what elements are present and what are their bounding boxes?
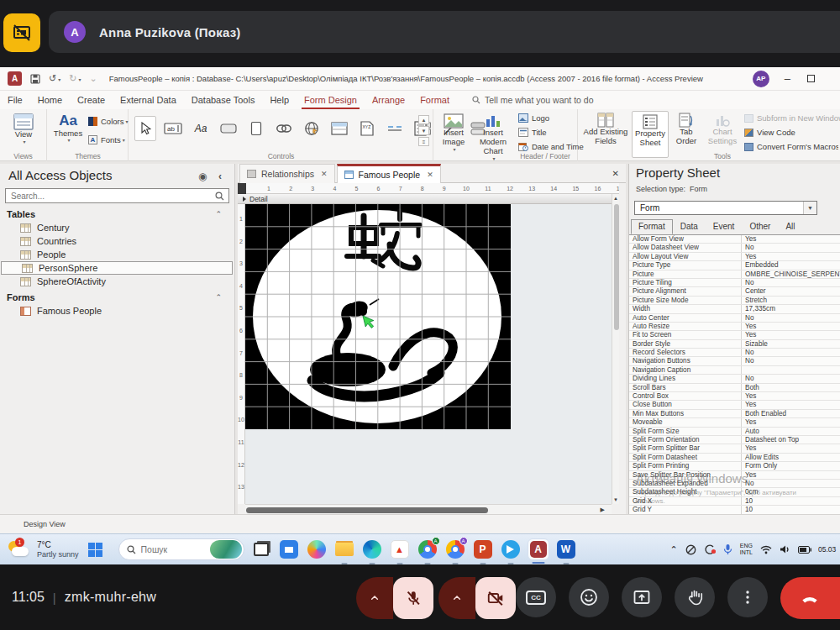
property-row[interactable]: Split Form Orientation Datasheet on Top — [629, 436, 840, 444]
wifi-icon[interactable] — [760, 545, 772, 554]
property-row[interactable]: Auto Resize Yes — [629, 323, 840, 331]
nav-item-table[interactable]: PersonSphere — [1, 261, 233, 275]
property-value[interactable] — [742, 366, 840, 374]
view-button[interactable]: View▾ — [8, 113, 39, 145]
property-value[interactable]: No — [742, 314, 840, 322]
property-row[interactable]: Split Form Size Auto — [629, 428, 840, 436]
property-row[interactable]: Close Button Yes — [629, 401, 840, 409]
account-avatar[interactable]: AP — [753, 71, 769, 87]
property-row[interactable]: Allow Form View Yes — [629, 235, 840, 244]
redo-icon[interactable]: ↻▾ — [69, 73, 81, 84]
raise-hand-button[interactable] — [675, 577, 715, 617]
present-button[interactable] — [622, 577, 662, 617]
property-value[interactable]: OMBRE_CHINOISE_SERPENT.jpg — [742, 270, 840, 278]
property-tab[interactable]: Format — [631, 219, 673, 234]
quick-access-more-icon[interactable]: ⌄ — [89, 73, 97, 84]
hscroll-thumb[interactable] — [246, 507, 488, 513]
property-value[interactable]: 0cm — [742, 488, 840, 496]
property-row[interactable]: Picture Size Mode Stretch — [629, 297, 840, 305]
property-row[interactable]: Split Form Datasheet Allow Edits — [629, 454, 840, 462]
nav-item-table[interactable]: SphereOfActivity — [0, 275, 234, 288]
property-value[interactable]: Sizable — [742, 340, 840, 348]
ribbon-tab[interactable]: Help — [262, 91, 297, 109]
form-selector-box[interactable] — [238, 183, 246, 194]
word-button[interactable]: W — [555, 538, 577, 560]
date-time-button[interactable]: Date and Time — [518, 142, 584, 151]
collapse-icon[interactable]: ⌃ — [215, 293, 222, 302]
hyperlink-control[interactable] — [273, 116, 295, 141]
weather-widget[interactable]: 1 7°C Partly sunny — [7, 539, 79, 559]
vertical-scrollbar[interactable]: ▲ ▼ — [612, 194, 619, 504]
property-value[interactable]: Both Enabled — [742, 410, 840, 417]
property-row[interactable]: Picture Tiling No — [629, 279, 840, 287]
document-tab[interactable]: Relationships ✕ — [239, 164, 335, 183]
tab-close-icon[interactable]: ✕ — [321, 170, 328, 178]
selection-combo[interactable]: Form ▼ — [634, 201, 817, 215]
property-tab[interactable]: Other — [742, 219, 778, 234]
vscroll-thumb[interactable] — [614, 204, 619, 330]
nav-item-table[interactable]: Countries — [0, 234, 234, 248]
battery-icon[interactable] — [798, 546, 811, 554]
edge-button[interactable] — [361, 538, 383, 560]
colors-button[interactable]: Colors▾ — [88, 117, 128, 126]
hscroll-right-arrow[interactable]: ▶ — [601, 507, 605, 513]
property-value[interactable]: No — [742, 375, 840, 382]
page-control[interactable]: XYZ — [356, 116, 378, 141]
mic-options-chevron[interactable] — [356, 577, 393, 619]
property-row[interactable]: Subdatasheet Height 0cm — [629, 488, 840, 496]
nav-section-tables[interactable]: Tables⌃ — [0, 207, 234, 221]
property-row[interactable]: Auto Center No — [629, 314, 840, 323]
property-value[interactable]: 17,335cm — [742, 305, 840, 312]
maximize-button[interactable] — [807, 75, 815, 82]
ribbon-tab[interactable]: Database Tools — [184, 91, 263, 109]
start-button[interactable] — [85, 538, 107, 560]
logo-button[interactable]: Logo — [518, 113, 549, 123]
property-row[interactable]: Moveable Yes — [629, 418, 840, 427]
property-row[interactable]: Split Form Printing Form Only — [629, 462, 840, 470]
property-value[interactable]: 10 — [742, 506, 840, 513]
shutter-close-icon[interactable]: ‹ — [218, 171, 222, 182]
property-row[interactable]: Split Form Splitter Bar Yes — [629, 444, 840, 453]
tab-order-button[interactable]: Tab Order — [670, 113, 702, 146]
reactions-button[interactable] — [569, 577, 609, 617]
property-value[interactable]: 10 — [742, 497, 840, 505]
chevron-down-icon[interactable]: ▼ — [803, 202, 816, 214]
insert-image-button[interactable]: Insert Image▾ — [435, 113, 472, 153]
acrobat-button[interactable]: ▲ — [389, 538, 411, 560]
property-row[interactable]: Navigation Caption — [629, 366, 840, 375]
select-pointer-tool[interactable] — [134, 116, 156, 141]
language-indicator[interactable]: ENGINTL — [740, 543, 753, 556]
property-row[interactable]: Record Selectors No — [629, 349, 840, 357]
tab-control[interactable] — [245, 116, 267, 141]
property-tab[interactable]: Event — [706, 219, 743, 234]
nav-search-box[interactable] — [5, 188, 229, 203]
property-row[interactable]: Navigation Buttons No — [629, 357, 840, 365]
property-value[interactable]: Yes — [742, 471, 840, 479]
property-value[interactable]: Yes — [742, 235, 840, 243]
tab-close-icon[interactable]: ✕ — [427, 171, 433, 179]
view-code-button[interactable]: View Code — [744, 128, 795, 137]
nav-search-input[interactable] — [6, 192, 215, 201]
property-value[interactable]: Datasheet on Top — [742, 436, 840, 444]
end-call-button[interactable] — [780, 577, 840, 619]
controls-scroll-down[interactable]: ▼ — [418, 126, 429, 135]
label-control[interactable]: Aa — [190, 116, 212, 141]
mic-muted-button[interactable] — [393, 577, 433, 619]
property-row[interactable]: Fit to Screen Yes — [629, 331, 840, 339]
volume-icon[interactable] — [780, 544, 790, 554]
property-tab[interactable]: All — [778, 219, 802, 234]
captions-button[interactable]: CC — [516, 577, 556, 617]
save-icon[interactable] — [30, 74, 40, 84]
property-value[interactable]: Allow Edits — [742, 454, 840, 461]
property-row[interactable]: Save Splitter Bar Position Yes — [629, 471, 840, 480]
ribbon-tab[interactable]: Arrange — [365, 91, 412, 109]
camera-off-button[interactable] — [475, 577, 516, 619]
search-highlight-image[interactable] — [210, 540, 242, 559]
property-value[interactable]: Stretch — [742, 297, 840, 304]
property-row[interactable]: Picture Alignment Center — [629, 287, 840, 296]
minimize-button[interactable]: – — [785, 72, 790, 85]
camera-options-chevron[interactable] — [438, 577, 475, 619]
convert-macros-button[interactable]: Convert Form's Macros to Visual Basic — [744, 142, 838, 151]
property-value[interactable]: Auto — [742, 428, 840, 435]
ribbon-tab[interactable]: Format — [412, 91, 457, 109]
